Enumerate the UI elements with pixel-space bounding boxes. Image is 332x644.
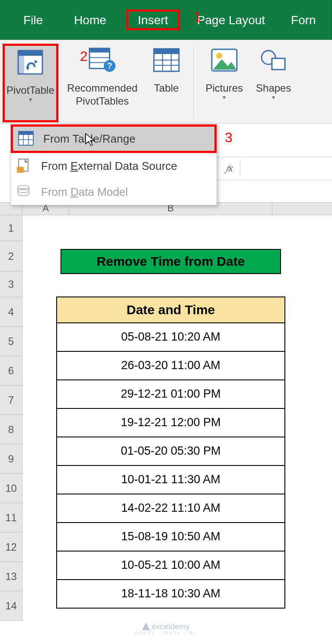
tab-home[interactable]: Home: [63, 11, 118, 29]
recommended-label-2: PivotTables: [76, 95, 129, 108]
ribbon-tabs: File Home Insert Page Layout Forn: [0, 0, 332, 40]
pictures-button[interactable]: Pictures ▾: [199, 44, 250, 122]
tab-file[interactable]: File: [12, 11, 54, 29]
table-icon: [153, 46, 180, 74]
chevron-down-icon: ▾: [29, 96, 32, 104]
pivottable-button[interactable]: PivotTable ▾: [5, 48, 56, 105]
svg-point-18: [216, 53, 222, 59]
svg-rect-21: [272, 58, 285, 70]
shapes-button[interactable]: Shapes ▾: [250, 44, 297, 122]
svg-rect-12: [154, 49, 179, 54]
svg-rect-2: [18, 51, 24, 74]
shapes-label: Shapes: [256, 82, 291, 95]
ribbon-separator: [193, 47, 194, 119]
tab-insert[interactable]: Insert: [126, 10, 180, 30]
pivottable-label: PivotTable: [6, 84, 54, 97]
chevron-down-icon: ▾: [223, 94, 226, 102]
tab-formulas-partial[interactable]: Forn: [280, 11, 316, 29]
ribbon-body: PivotTable ▾ ? Recommended PivotTables: [0, 40, 332, 124]
callout-2: 2: [80, 48, 88, 64]
svg-rect-6: [89, 48, 110, 53]
chevron-down-icon: ▾: [272, 94, 275, 102]
callout-1: 1: [194, 9, 201, 25]
recommended-pivottables-icon: ?: [89, 46, 116, 74]
recommended-label-1: Recommended: [67, 82, 137, 95]
pivottable-icon: [16, 48, 44, 76]
table-button[interactable]: Table: [145, 44, 188, 122]
table-label: Table: [154, 82, 179, 95]
svg-text:?: ?: [107, 61, 112, 70]
pictures-label: Pictures: [205, 82, 243, 95]
pivottable-button-highlight: PivotTable ▾: [3, 44, 58, 122]
recommended-pivottables-button[interactable]: ? Recommended PivotTables: [60, 44, 145, 122]
pictures-icon: [211, 46, 238, 74]
shapes-icon: [260, 46, 287, 74]
